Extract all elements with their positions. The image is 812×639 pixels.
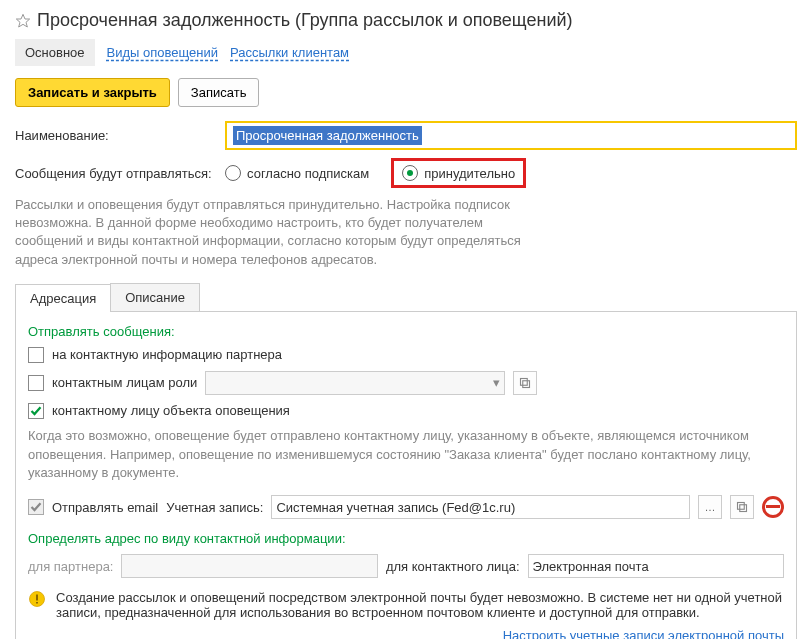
svg-rect-7	[36, 602, 38, 604]
object-contact-description: Когда это возможно, оповещение будет отп…	[28, 427, 784, 484]
name-value-selected: Просроченная задолженность	[233, 126, 422, 145]
top-tab-main[interactable]: Основное	[15, 39, 95, 66]
for-contact-label: для контактного лица:	[386, 559, 520, 574]
account-label: Учетная запись:	[166, 500, 263, 515]
warning-text: Создание рассылок и оповещений посредств…	[56, 590, 784, 620]
top-tab-notification-types[interactable]: Виды оповещений	[107, 45, 218, 60]
address-type-title: Определять адрес по виду контактной инфо…	[28, 531, 784, 546]
for-partner-label: для партнера:	[28, 559, 113, 574]
radio-forced-highlight: принудительно	[391, 158, 526, 188]
forbid-icon	[762, 496, 784, 518]
checkbox-object-contact-label: контактному лицу объекта оповещения	[52, 403, 290, 418]
warning-icon	[28, 590, 46, 608]
tab-addressing[interactable]: Адресация	[15, 284, 111, 312]
send-email-label: Отправлять email	[52, 500, 158, 515]
configure-email-accounts-link[interactable]: Настроить учетные записи электронной поч…	[503, 628, 784, 639]
send-messages-title: Отправлять сообщения:	[28, 324, 784, 339]
account-ellipsis-button[interactable]: …	[698, 495, 722, 519]
save-and-close-button[interactable]: Записать и закрыть	[15, 78, 170, 107]
description-text: Рассылки и оповещения будут отправляться…	[15, 196, 535, 269]
top-tab-client-mailings[interactable]: Рассылки клиентам	[230, 45, 349, 60]
page-title: Просроченная задолженность (Группа рассы…	[37, 10, 573, 31]
radio-subscriptions[interactable]	[225, 165, 241, 181]
name-input[interactable]: Просроченная задолженность	[225, 121, 797, 150]
checkbox-send-email[interactable]	[28, 499, 44, 515]
svg-rect-3	[738, 503, 745, 510]
partner-address-type-input[interactable]	[121, 554, 377, 578]
send-mode-label: Сообщения будут отправляться:	[15, 166, 215, 181]
svg-rect-6	[36, 595, 38, 601]
checkbox-object-contact[interactable]	[28, 403, 44, 419]
save-button[interactable]: Записать	[178, 78, 260, 107]
contact-address-type-input[interactable]: Электронная почта	[528, 554, 784, 578]
name-label: Наименование:	[15, 128, 215, 143]
checkbox-partner-contact-label: на контактную информацию партнера	[52, 347, 282, 362]
account-value: Системная учетная запись (Fed@1c.ru)	[276, 500, 515, 515]
favorite-star-icon[interactable]	[15, 13, 31, 29]
role-select-input[interactable]: ▾	[205, 371, 505, 395]
checkbox-role-contacts-label: контактным лицам роли	[52, 375, 197, 390]
chevron-down-icon[interactable]: ▾	[493, 375, 500, 390]
account-input[interactable]: Системная учетная запись (Fed@1c.ru)	[271, 495, 690, 519]
radio-forced-label: принудительно	[424, 166, 515, 181]
svg-rect-1	[521, 378, 528, 385]
role-open-button[interactable]	[513, 371, 537, 395]
checkbox-partner-contact[interactable]	[28, 347, 44, 363]
svg-rect-4	[740, 505, 747, 512]
tab-description[interactable]: Описание	[110, 283, 200, 311]
contact-address-type-value: Электронная почта	[533, 559, 649, 574]
radio-subscriptions-label: согласно подпискам	[247, 166, 369, 181]
checkbox-role-contacts[interactable]	[28, 375, 44, 391]
account-open-button[interactable]	[730, 495, 754, 519]
svg-rect-2	[523, 381, 530, 388]
radio-forced[interactable]	[402, 165, 418, 181]
svg-marker-0	[16, 14, 29, 27]
